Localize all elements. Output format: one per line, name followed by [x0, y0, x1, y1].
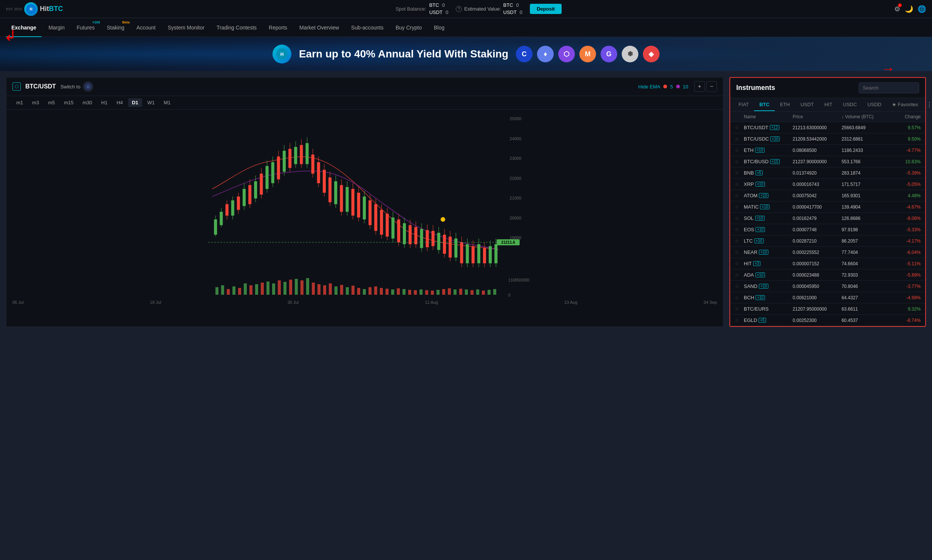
nav-item-futures[interactable]: Futures ×100 [71, 18, 100, 37]
help-icon[interactable]: ? [456, 6, 462, 12]
row-star-0[interactable]: ☆ [735, 125, 744, 130]
row-star-17[interactable]: ☆ [735, 317, 744, 323]
nav-item-system-monitor[interactable]: System Monitor [163, 18, 210, 37]
instruments-search-input[interactable] [859, 82, 919, 93]
tab-more-button[interactable]: ⋮ [923, 98, 932, 111]
row-star-16[interactable]: ☆ [735, 306, 744, 312]
table-row[interactable]: ☆ BNB ×5 0.01374920 283.1874 -5.39% [730, 167, 925, 179]
table-row[interactable]: ☆ EGLD ×5 0.00252300 60.4537 -8.74% [730, 315, 925, 326]
row-name-9: EOS ×10 [744, 227, 793, 232]
row-star-5[interactable]: ☆ [735, 181, 744, 187]
tab-usdd[interactable]: USDD [862, 99, 887, 111]
row-star-2[interactable]: ☆ [735, 147, 744, 153]
th-price[interactable]: Price [793, 114, 841, 119]
row-star-4[interactable]: ☆ [735, 170, 744, 176]
x-label-3: 30 Jul [288, 300, 299, 305]
svg-rect-159 [442, 289, 445, 295]
nav-item-market-overview[interactable]: Market Overview [294, 18, 344, 37]
row-star-6[interactable]: ☆ [735, 193, 744, 198]
tf-m1[interactable]: m1 [12, 98, 27, 107]
table-row[interactable]: ☆ NEAR ×10 0.000225552 77.7404 -6.04% [730, 247, 925, 258]
table-row[interactable]: ☆ XRP ×10 0.000016743 171.5717 -5.05% [730, 179, 925, 190]
nav-item-reports[interactable]: Reports [263, 18, 293, 37]
nav-item-staking[interactable]: Staking Beta [101, 18, 130, 37]
svg-rect-144 [357, 288, 360, 295]
tf-m1-monthly[interactable]: M1 [160, 98, 174, 107]
table-row[interactable]: ☆ ETH ×10 0.08068500 1186.2433 -4.77% [730, 145, 925, 156]
table-row[interactable]: ☆ BTC/USDC ×10 21209.53442000 2312.6881 … [730, 133, 925, 145]
tf-m3[interactable]: m3 [28, 98, 43, 107]
row-star-15[interactable]: ☆ [735, 295, 744, 300]
svg-rect-149 [385, 289, 389, 295]
row-price-16: 21207.95000000 [793, 306, 841, 312]
row-star-12[interactable]: ☆ [735, 261, 744, 266]
table-row[interactable]: ☆ MATIC ×10 0.00004177​00 139.4904 -4.67… [730, 201, 925, 213]
zoom-out-button[interactable]: − [706, 81, 717, 92]
row-star-14[interactable]: ☆ [735, 283, 744, 289]
table-row[interactable]: ☆ BTC/USDT ×12 21213.63000000 25663.6849… [730, 122, 925, 133]
row-star-9[interactable]: ☆ [735, 227, 744, 232]
row-star-10[interactable]: ☆ [735, 238, 744, 244]
hide-ema-control[interactable]: Hide EMA 5 10 [638, 84, 688, 90]
tab-fiat[interactable]: FIAT [733, 99, 754, 111]
switch-to-control[interactable]: Switch to ≈ [60, 81, 93, 92]
tf-h4[interactable]: H4 [113, 98, 127, 107]
row-star-13[interactable]: ☆ [735, 272, 744, 278]
th-change[interactable]: Change [890, 114, 921, 119]
row-star-11[interactable]: ☆ [735, 249, 744, 255]
tab-usdc[interactable]: USDC [838, 99, 862, 111]
nav-item-buy-crypto[interactable]: Buy Crypto [390, 18, 427, 37]
tf-m15[interactable]: m15 [60, 98, 77, 107]
multiplier-0: ×12 [770, 125, 779, 130]
table-row[interactable]: ☆ BTC/BUSD ×10 21237.90000000 553.1766 1… [730, 156, 925, 167]
row-star-8[interactable]: ☆ [735, 215, 744, 221]
nav-item-account[interactable]: Account [131, 18, 161, 37]
svg-rect-133 [295, 279, 298, 295]
multiplier-13: ×10 [756, 272, 765, 277]
row-price-11: 0.000225552 [793, 250, 841, 255]
tf-m5[interactable]: m5 [44, 98, 59, 107]
tab-usdt[interactable]: USDT [795, 99, 819, 111]
nav-item-trading-contests[interactable]: Trading Contests [211, 18, 262, 37]
table-row[interactable]: ☆ SOL ×10 0.00162479 126.8686 -8.06% [730, 213, 925, 224]
nav-item-sub-accounts[interactable]: Sub-accounts [346, 18, 389, 37]
staking-banner[interactable]: H Earn up to 40% Annual Yield With Staki… [0, 37, 932, 71]
tab-eth[interactable]: ETH [775, 99, 795, 111]
tab-favorites[interactable]: ★ Favorites [887, 99, 923, 111]
settings-button[interactable]: ⚙ 1 [894, 5, 900, 13]
zoom-in-button[interactable]: + [694, 81, 705, 92]
th-volume[interactable]: ↓ Volume (BTC) [842, 114, 890, 119]
tab-btc[interactable]: BTC [754, 99, 775, 111]
svg-rect-147 [374, 286, 377, 295]
tf-m30[interactable]: m30 [79, 98, 96, 107]
tab-hit[interactable]: HIT [819, 99, 838, 111]
row-name-4: BNB ×5 [744, 170, 793, 176]
row-star-3[interactable]: ☆ [735, 159, 744, 164]
th-name[interactable]: Name [744, 114, 793, 119]
tf-h1[interactable]: H1 [98, 98, 111, 107]
table-row[interactable]: ☆ ADA ×10 0.000023488 72.9303 -5.89% [730, 269, 925, 281]
row-name-15: BCH ×10 [744, 295, 793, 300]
nav-item-blog[interactable]: Blog [429, 18, 450, 37]
tf-d1[interactable]: D1 [128, 98, 142, 107]
nav-bar: Exchange Margin Futures ×100 Staking Bet… [0, 18, 932, 37]
ema5-dot [663, 85, 667, 88]
tf-w1[interactable]: W1 [144, 98, 159, 107]
estimated-block: ? Estimated Value: BTC 0 USDT 0 [456, 2, 522, 15]
table-row[interactable]: ☆ ATOM ×10 0.00075042 165.9301 4.48% [730, 190, 925, 201]
svg-rect-119 [215, 287, 218, 295]
table-row[interactable]: ☆ LTC ×10 0.00287210 86.2057 -4.17% [730, 235, 925, 247]
table-row[interactable]: ☆ BTC/EURS 21207.95000000 63.6611 9.32% [730, 303, 925, 315]
top-bar-right: ⚙ 1 🌙 🌐 [894, 5, 926, 13]
row-star-7[interactable]: ☆ [735, 204, 744, 210]
theme-toggle-button[interactable]: 🌙 [905, 5, 913, 13]
nav-item-exchange[interactable]: Exchange [6, 18, 42, 37]
row-star-1[interactable]: ☆ [735, 136, 744, 142]
deposit-button[interactable]: Deposit [530, 4, 562, 14]
table-row[interactable]: ☆ EOS ×10 0.00007748 97.9198 -5.33% [730, 224, 925, 235]
table-row[interactable]: ☆ HIT ×3 0.000007152 74.6604 -5.11% [730, 258, 925, 269]
table-row[interactable]: ☆ SAND ×10 0.000045950 70.8046 -3.77% [730, 281, 925, 292]
globe-button[interactable]: 🌐 [918, 5, 926, 13]
nav-item-margin[interactable]: Margin [43, 18, 70, 37]
table-row[interactable]: ☆ BCH ×10 0.00621000 64.4327 -4.99% [730, 292, 925, 303]
